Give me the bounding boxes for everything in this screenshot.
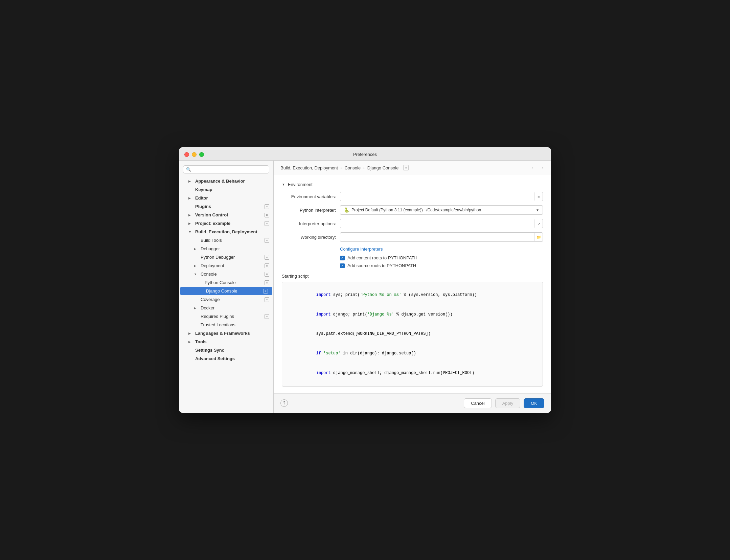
help-icon: ?: [283, 401, 286, 405]
settings-badge: ≡: [265, 221, 269, 226]
sidebar-item-coverage[interactable]: Coverage ≡: [179, 295, 273, 304]
sidebar-item-label: Python Console: [205, 280, 236, 285]
code-line-1: import sys; print('Python %s on %s' % (s…: [287, 285, 538, 305]
window-title: Preferences: [353, 152, 377, 157]
help-button[interactable]: ?: [280, 399, 288, 407]
dropdown-arrow-icon: ▼: [536, 208, 539, 212]
sidebar-item-required-plugins[interactable]: Required Plugins ≡: [179, 312, 273, 321]
working-directory-input-wrapper: 📁: [340, 232, 543, 242]
sidebar-item-label: Coverage: [201, 297, 220, 302]
env-variables-label: Environment variables:: [282, 194, 336, 199]
folder-icon[interactable]: 📁: [534, 233, 543, 241]
add-content-roots-checkbox[interactable]: ✓: [340, 256, 345, 260]
sidebar-item-label: Deployment: [201, 263, 224, 268]
sidebar-item-django-console[interactable]: Django Console ≡: [180, 287, 272, 295]
minimize-button[interactable]: [192, 152, 197, 157]
settings-badge: ≡: [265, 272, 269, 277]
sidebar-item-advanced-settings[interactable]: Advanced Settings: [179, 354, 273, 363]
settings-badge: ≡: [263, 289, 268, 294]
configure-interpreters-link[interactable]: Configure Interpreters: [340, 247, 383, 252]
env-variables-edit-icon[interactable]: ≡: [534, 192, 543, 201]
interpreter-options-input-wrapper: ↗: [340, 219, 543, 228]
python-snake-icon: 🐍: [344, 207, 349, 213]
chevron-icon: ▶: [188, 340, 192, 344]
sidebar-item-debugger[interactable]: ▶ Debugger: [179, 244, 273, 253]
close-button[interactable]: [184, 152, 189, 157]
code-line-4: if 'setup' in dir(django): django.setup(…: [287, 344, 538, 364]
sidebar-item-trusted-locations[interactable]: Trusted Locations: [179, 321, 273, 329]
starting-script-label: Starting script: [282, 274, 309, 279]
settings-badge: ≡: [265, 280, 269, 285]
expand-icon[interactable]: ↗: [534, 219, 543, 228]
checkbox1-row: ✓ Add content roots to PYTHONPATH: [340, 255, 543, 260]
cancel-button[interactable]: Cancel: [464, 398, 492, 408]
chevron-icon: ▼: [188, 230, 192, 234]
code-line-5: import django_manage_shell; django_manag…: [287, 363, 538, 383]
sidebar-item-build[interactable]: ▼ Build, Execution, Deployment: [179, 228, 273, 236]
chevron-icon: ▶: [188, 196, 192, 200]
sidebar-item-label: Debugger: [201, 246, 220, 251]
sidebar-item-tools[interactable]: ▶ Tools: [179, 337, 273, 346]
sidebar-item-deployment[interactable]: ▶ Deployment ≡: [179, 261, 273, 270]
breadcrumb: Build, Execution, Deployment › Console ›…: [274, 161, 551, 175]
add-source-roots-checkbox[interactable]: ✓: [340, 263, 345, 268]
collapse-icon[interactable]: ▼: [282, 183, 285, 186]
settings-badge: ≡: [265, 204, 269, 209]
search-icon: 🔍: [186, 167, 191, 172]
env-variables-input-wrapper: ≡: [340, 192, 543, 201]
python-interpreter-row: Python interpreter: 🐍 Project Default (P…: [282, 205, 543, 215]
sidebar-item-label: Trusted Locations: [201, 322, 235, 327]
sidebar-item-label: Django Console: [206, 288, 237, 294]
chevron-icon: ▶: [194, 247, 198, 251]
search-input[interactable]: [193, 167, 266, 172]
interpreter-options-control: ↗: [340, 219, 543, 228]
sidebar-item-label: Languages & Frameworks: [195, 331, 250, 336]
ok-button[interactable]: OK: [524, 398, 544, 408]
sidebar-item-build-tools[interactable]: Build Tools ≡: [179, 236, 273, 244]
settings-badge: ≡: [265, 263, 269, 268]
apply-button[interactable]: Apply: [495, 398, 521, 408]
sidebar-item-settings-sync[interactable]: Settings Sync: [179, 346, 273, 354]
sidebar-item-project[interactable]: ▶ Project: example ≡: [179, 219, 273, 228]
sidebar-item-languages[interactable]: ▶ Languages & Frameworks: [179, 329, 273, 337]
maximize-button[interactable]: [199, 152, 204, 157]
sidebar-item-version-control[interactable]: ▶ Version Control ≡: [179, 211, 273, 219]
sidebar-item-python-debugger[interactable]: Python Debugger ≡: [179, 253, 273, 261]
working-directory-input[interactable]: [340, 233, 534, 241]
sidebar-item-appearance[interactable]: ▶ Appearance & Behavior: [179, 177, 273, 185]
python-interpreter-dropdown[interactable]: 🐍 Project Default (Python 3.11 (example)…: [340, 205, 543, 215]
code-line-2: import django; print('Django %s' % djang…: [287, 305, 538, 325]
checkmark-icon: ✓: [341, 264, 344, 267]
interpreter-options-input[interactable]: [340, 219, 534, 228]
working-directory-row: Working directory: 📁: [282, 232, 543, 242]
sidebar-item-label: Keymap: [195, 187, 212, 192]
sidebar-item-plugins[interactable]: Plugins ≡: [179, 202, 273, 211]
interpreter-options-row: Interpreter options: ↗: [282, 219, 543, 228]
interpreter-value: Project Default (Python 3.11 (example)) …: [351, 208, 481, 212]
sidebar-item-label: Docker: [201, 305, 214, 310]
checkbox2-row: ✓ Add source roots to PYTHONPATH: [340, 263, 543, 268]
sidebar-item-docker[interactable]: ▶ Docker: [179, 304, 273, 312]
working-directory-label: Working directory:: [282, 235, 336, 240]
forward-arrow[interactable]: →: [539, 165, 544, 171]
section-title: Environment: [288, 182, 313, 187]
keyword-import: import: [316, 312, 330, 317]
sidebar-item-label: Required Plugins: [201, 314, 234, 319]
back-arrow[interactable]: ←: [531, 165, 536, 171]
sidebar-item-editor[interactable]: ▶ Editor: [179, 194, 273, 202]
breadcrumb-sep2: ›: [363, 166, 365, 170]
preferences-window: Preferences 🔍 ▶ Appearance & Behavior Ke…: [179, 147, 551, 413]
sidebar-item-python-console[interactable]: Python Console ≡: [179, 278, 273, 287]
search-box[interactable]: 🔍: [183, 165, 269, 173]
main-content: Build, Execution, Deployment › Console ›…: [274, 161, 551, 413]
settings-badge: ≡: [265, 255, 269, 260]
sidebar-item-keymap[interactable]: Keymap: [179, 185, 273, 194]
keyword-if: if: [316, 351, 321, 356]
code-editor[interactable]: import sys; print('Python %s on %s' % (s…: [282, 282, 543, 387]
sidebar-item-label: Plugins: [195, 204, 211, 209]
titlebar: Preferences: [179, 147, 551, 161]
sidebar-item-label: Version Control: [195, 212, 228, 217]
env-variables-input[interactable]: [340, 192, 534, 201]
settings-badge: ≡: [265, 213, 269, 217]
sidebar-item-console[interactable]: ▼ Console ≡: [179, 270, 273, 278]
